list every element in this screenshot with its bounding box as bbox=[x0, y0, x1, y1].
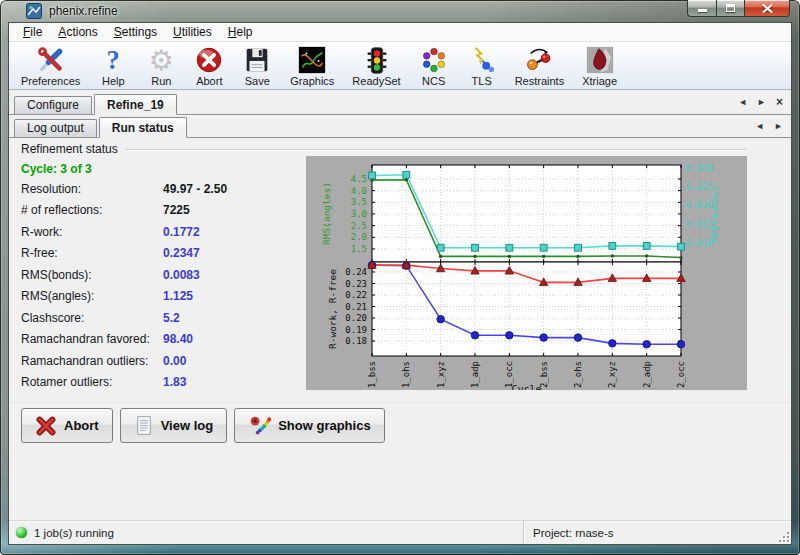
toolbar-label: Restraints bbox=[515, 75, 565, 87]
job-running-led-icon bbox=[16, 527, 27, 538]
stat-value: 7225 bbox=[163, 203, 190, 217]
view-log-button[interactable]: View log bbox=[120, 408, 228, 443]
stat-label: R-free: bbox=[21, 246, 163, 260]
project-label: Project: rnase-s bbox=[533, 527, 614, 539]
toolbar-button-preferences[interactable]: Preferences bbox=[12, 43, 89, 89]
svg-text:0.030: 0.030 bbox=[686, 163, 713, 173]
phenix-refine-window: phenix.refine File Actions Settings Util… bbox=[0, 0, 800, 555]
stat-label: Ramachandran favored: bbox=[21, 332, 163, 346]
toolbar-label: NCS bbox=[422, 75, 445, 87]
toolbar-button-tls[interactable]: TLS bbox=[458, 43, 506, 89]
svg-text:0.23: 0.23 bbox=[345, 279, 367, 289]
tab-scroll-left-icon[interactable]: ◄ bbox=[738, 97, 747, 107]
tab-refine-19[interactable]: Refine_19 bbox=[94, 94, 177, 115]
client-area: File Actions Settings Utilities Help Pre… bbox=[8, 22, 792, 545]
preferences-icon bbox=[36, 45, 66, 75]
window-title: phenix.refine bbox=[49, 4, 118, 18]
toolbar-button-run[interactable]: ⚙ Run bbox=[137, 43, 185, 89]
status-row-rama-favored: Ramachandran favored: 98.40 bbox=[21, 329, 227, 351]
graphics-icon bbox=[297, 45, 327, 75]
abort-x-icon bbox=[35, 415, 57, 437]
stat-label: R-work: bbox=[21, 225, 163, 239]
toolbar: Preferences ? Help ⚙ Run bbox=[9, 42, 791, 90]
tab-scroll-right-icon[interactable]: ► bbox=[757, 97, 766, 107]
run-status-panel: Refinement status Cycle: 3 of 3 Resoluti… bbox=[9, 138, 791, 402]
toolbar-label: Preferences bbox=[21, 75, 80, 87]
close-button[interactable] bbox=[744, 0, 790, 17]
status-row-r-work: R-work: 0.1772 bbox=[21, 221, 227, 243]
tab-log-output[interactable]: Log output bbox=[14, 119, 97, 137]
menu-utilities[interactable]: Utilities bbox=[165, 23, 220, 41]
abort-button-label: Abort bbox=[64, 418, 99, 433]
tab-scroll-right-icon[interactable]: ► bbox=[774, 121, 783, 131]
status-row-clashscore: Clashscore: 5.2 bbox=[21, 307, 227, 329]
abort-icon bbox=[194, 45, 224, 75]
menu-settings[interactable]: Settings bbox=[106, 23, 165, 41]
svg-text:3.5: 3.5 bbox=[351, 197, 367, 207]
svg-text:2_ohs: 2_ohs bbox=[573, 361, 583, 388]
resize-grip[interactable] bbox=[776, 529, 789, 542]
status-row-reflections: # of reflections: 7225 bbox=[21, 200, 227, 222]
stat-label: RMS(bonds): bbox=[21, 268, 163, 282]
stat-label: # of reflections: bbox=[21, 203, 163, 217]
toolbar-button-save[interactable]: Save bbox=[233, 43, 281, 89]
svg-text:0.19: 0.19 bbox=[345, 325, 367, 335]
toolbar-label: ReadySet bbox=[352, 75, 400, 87]
svg-text:2_xyz: 2_xyz bbox=[607, 361, 617, 388]
svg-text:0.24: 0.24 bbox=[345, 267, 367, 277]
svg-text:?: ? bbox=[107, 46, 120, 75]
toolbar-button-ncs[interactable]: NCS bbox=[410, 43, 458, 89]
maximize-button[interactable] bbox=[716, 0, 744, 17]
tab-close-icon[interactable]: × bbox=[776, 97, 783, 107]
save-floppy-icon bbox=[242, 45, 272, 75]
svg-text:0.22: 0.22 bbox=[345, 290, 367, 300]
toolbar-label: Xtriage bbox=[582, 75, 617, 87]
sub-tab-bar: Log output Run status ◄ ► bbox=[9, 115, 791, 138]
stat-value: 5.2 bbox=[163, 311, 180, 325]
show-graphics-button[interactable]: Show graphics bbox=[234, 408, 384, 443]
svg-text:0.20: 0.20 bbox=[345, 313, 367, 323]
svg-text:4.5: 4.5 bbox=[351, 174, 367, 184]
toolbar-button-readyset[interactable]: ReadySet bbox=[343, 43, 409, 89]
svg-text:2_occ: 2_occ bbox=[676, 361, 686, 388]
statistics-list: Resolution: 49.97 - 2.50 # of reflection… bbox=[21, 178, 227, 393]
tab-configure[interactable]: Configure bbox=[14, 96, 92, 114]
project-section: Project: rnase-s bbox=[524, 521, 791, 544]
status-row-rms-bonds: RMS(bonds): 0.0083 bbox=[21, 264, 227, 286]
status-row-resolution: Resolution: 49.97 - 2.50 bbox=[21, 178, 227, 200]
restraints-icon bbox=[524, 45, 554, 75]
svg-text:0.21: 0.21 bbox=[345, 302, 367, 312]
stat-value: 0.1772 bbox=[163, 225, 200, 239]
tab-scroll-left-icon[interactable]: ◄ bbox=[755, 121, 764, 131]
toolbar-button-abort[interactable]: Abort bbox=[185, 43, 233, 89]
abort-button[interactable]: Abort bbox=[21, 408, 113, 443]
stat-value: 98.40 bbox=[163, 332, 193, 346]
app-icon bbox=[26, 3, 42, 19]
toolbar-label: Run bbox=[151, 75, 171, 87]
refinement-status-caption: Refinement status bbox=[21, 142, 747, 156]
stat-label: Ramachandran outliers: bbox=[21, 354, 163, 368]
menu-file[interactable]: File bbox=[15, 23, 50, 41]
toolbar-button-graphics[interactable]: Graphics bbox=[281, 43, 343, 89]
svg-text:1_ohs: 1_ohs bbox=[401, 361, 411, 388]
menu-actions[interactable]: Actions bbox=[50, 23, 105, 41]
minimize-button[interactable] bbox=[687, 0, 716, 17]
svg-text:RMS(angles): RMS(angles) bbox=[321, 182, 332, 245]
run-gear-icon: ⚙ bbox=[146, 45, 176, 75]
job-status-text: 1 job(s) running bbox=[34, 527, 114, 539]
toolbar-button-restraints[interactable]: Restraints bbox=[506, 43, 574, 89]
refinement-chart: 1.52.02.53.03.54.04.50.0100.0150.0200.02… bbox=[306, 156, 747, 390]
svg-text:1_xyz: 1_xyz bbox=[436, 361, 446, 388]
stat-label: RMS(angles): bbox=[21, 289, 163, 303]
toolbar-button-help[interactable]: ? Help bbox=[89, 43, 137, 89]
refinement-status-title: Refinement status bbox=[21, 142, 118, 156]
stat-value: 49.97 - 2.50 bbox=[163, 182, 227, 196]
menu-help[interactable]: Help bbox=[220, 23, 261, 41]
svg-text:1_adp: 1_adp bbox=[470, 361, 480, 388]
svg-text:0.18: 0.18 bbox=[345, 336, 367, 346]
toolbar-button-xtriage[interactable]: Xtriage bbox=[573, 43, 626, 89]
tab-run-status[interactable]: Run status bbox=[99, 117, 187, 138]
graphics-ribbon-icon bbox=[248, 414, 271, 437]
action-button-row: Abort View log bbox=[9, 402, 791, 448]
stat-value: 1.125 bbox=[163, 289, 193, 303]
